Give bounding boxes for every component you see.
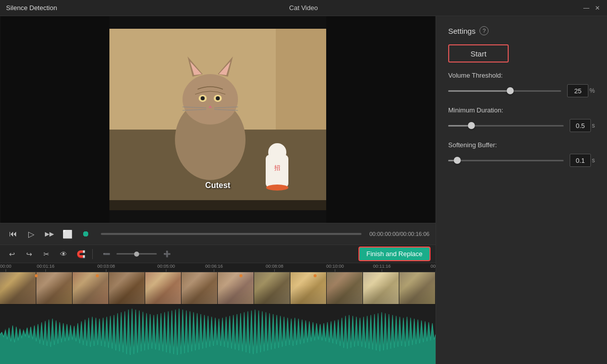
redo-button[interactable]: ↪: [22, 247, 36, 261]
ruler-mark: 00:00: [0, 264, 12, 272]
thumb-3: [73, 272, 109, 304]
softening-buffer-control: s: [448, 154, 595, 167]
thumb-11: [363, 272, 399, 304]
video-track[interactable]: [0, 272, 436, 305]
total-time: 00:00:16:06: [400, 231, 430, 237]
ruler-mark: 00:05:00: [157, 264, 175, 272]
thumb-10: [327, 272, 363, 304]
ruler-mark: 00:03:08: [97, 264, 115, 272]
softening-buffer-thumb[interactable]: [454, 157, 461, 164]
minimum-duration-slider[interactable]: [448, 125, 564, 127]
volume-threshold-thumb[interactable]: [507, 87, 514, 94]
volume-threshold-fill: [448, 90, 510, 92]
ruler-mark: 00:06:16: [205, 264, 223, 272]
settings-header: Settings ?: [448, 26, 595, 35]
svg-rect-24: [109, 200, 326, 210]
minimum-duration-unit: s: [592, 122, 595, 129]
volume-threshold-slider[interactable]: [448, 90, 561, 92]
toolbar-separator-1: [92, 249, 93, 259]
video-title: Cat Video: [289, 4, 318, 12]
ruler-mark: 00:01:16: [37, 264, 54, 272]
volume-threshold-label: Volume Threshold:: [448, 72, 595, 79]
settings-panel: Settings ? Start Volume Threshold: % Min…: [436, 16, 607, 364]
side-left: [1, 16, 109, 223]
window-controls: — ✕: [583, 5, 601, 12]
ruler-mark: 00:13:08: [431, 264, 436, 272]
ruler-mark: 00:08:08: [266, 264, 283, 272]
close-button[interactable]: ✕: [594, 5, 601, 12]
video-subtitle: Cutest: [205, 181, 230, 190]
minimum-duration-label: Minimum Duration:: [448, 106, 595, 114]
help-icon[interactable]: ?: [479, 26, 489, 35]
start-button[interactable]: Start: [448, 44, 509, 63]
waveform-svg: [0, 305, 436, 364]
track-thumbnails: [0, 272, 436, 304]
svg-point-12: [201, 96, 205, 100]
minimum-duration-input[interactable]: [570, 119, 591, 132]
timeline-ruler: 00:0000:01:1600:03:0800:05:0000:06:1600:…: [0, 263, 436, 272]
play-alt-button[interactable]: ▶▶: [42, 227, 56, 241]
zoom-slider[interactable]: [116, 253, 157, 255]
softening-buffer-row: Softening Buffer: s: [448, 141, 595, 167]
main-container: 招 Cutest ⏮ ▷ ▶▶ ⬜ ⏺: [0, 16, 607, 364]
minimum-duration-value-box: s: [570, 119, 595, 132]
softening-buffer-slider[interactable]: [448, 160, 564, 161]
undo-button[interactable]: ↩: [5, 247, 19, 261]
ruler-mark: 00:11:16: [373, 264, 391, 272]
svg-text:招: 招: [274, 164, 280, 171]
side-right: [326, 16, 435, 223]
play-button[interactable]: ▷: [24, 227, 38, 241]
zoom-in-button[interactable]: ➕: [160, 247, 174, 261]
volume-threshold-row: Volume Threshold: %: [448, 72, 595, 97]
eye-button[interactable]: 👁: [56, 247, 71, 261]
softening-buffer-label: Softening Buffer:: [448, 141, 595, 149]
thumb-9: [290, 272, 327, 304]
current-time: 00:00:00:00: [370, 231, 399, 237]
zoom-slider-thumb: [134, 252, 139, 257]
ruler-content: 00:0000:01:1600:03:0800:05:0000:06:1600:…: [0, 263, 436, 272]
zoom-out-button[interactable]: ➖: [99, 247, 113, 261]
volume-threshold-control: %: [448, 84, 595, 97]
thumb-4: [109, 272, 145, 304]
cut-button[interactable]: ✂: [39, 247, 53, 261]
ruler-mark: 00:10:00: [326, 264, 344, 272]
minimum-duration-thumb[interactable]: [468, 122, 475, 129]
crop-button[interactable]: ⬜: [60, 227, 75, 241]
svg-point-5: [183, 74, 238, 125]
toolbar: ↩ ↪ ✂ 👁 🧲 ➖ ➕ Finish and Replace: [0, 245, 436, 263]
softening-buffer-unit: s: [592, 157, 595, 164]
cat-image: 招 Cutest: [109, 29, 326, 210]
thumb-1: [0, 272, 36, 304]
volume-threshold-input[interactable]: [567, 84, 588, 97]
video-frame: 招 Cutest: [109, 29, 326, 210]
thumb-12: [399, 272, 436, 304]
magnet-button[interactable]: 🧲: [74, 247, 88, 261]
finish-and-replace-button[interactable]: Finish and Replace: [358, 247, 431, 261]
softening-buffer-input[interactable]: [570, 154, 591, 167]
audio-track: [0, 305, 436, 364]
settings-title: Settings: [448, 27, 475, 35]
thumb-2: [36, 272, 73, 304]
minimum-duration-row: Minimum Duration: s: [448, 106, 595, 132]
skip-back-button[interactable]: ⏮: [6, 227, 20, 241]
playback-bar: ⏮ ▷ ▶▶ ⬜ ⏺ 00:00:00:00/00:00:16:06: [0, 223, 436, 245]
volume-threshold-unit: %: [589, 87, 595, 94]
thumb-5: [145, 272, 181, 304]
volume-threshold-value-box: %: [567, 84, 595, 97]
thumb-6: [181, 272, 218, 304]
title-bar: Silence Detection Cat Video — ✕: [0, 0, 607, 16]
record-button[interactable]: ⏺: [79, 227, 93, 241]
softening-buffer-value-box: s: [570, 154, 595, 167]
thumb-8: [254, 272, 290, 304]
playback-time: 00:00:00:00/00:00:16:06: [370, 231, 430, 237]
left-panel: 招 Cutest ⏮ ▷ ▶▶ ⬜ ⏺: [0, 16, 436, 364]
playback-progress[interactable]: [101, 233, 361, 235]
app-title: Silence Detection: [6, 4, 57, 12]
svg-rect-21: [270, 150, 274, 160]
thumb-7: [218, 272, 254, 304]
svg-point-23: [266, 185, 288, 191]
video-area: 招 Cutest: [0, 16, 436, 223]
minimize-button[interactable]: —: [583, 5, 590, 12]
svg-point-13: [216, 96, 220, 100]
svg-rect-3: [276, 29, 326, 130]
